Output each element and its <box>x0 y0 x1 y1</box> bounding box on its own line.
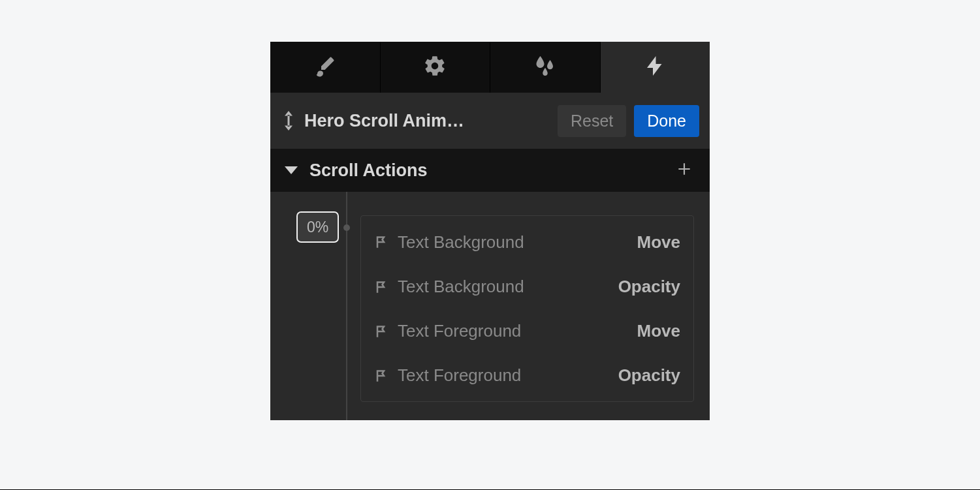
action-row[interactable]: Text Background Move <box>361 220 693 264</box>
action-target: Text Foreground <box>398 365 608 386</box>
scroll-actions-header[interactable]: Scroll Actions <box>270 149 710 192</box>
interactions-panel: Hero Scroll Anim… Reset Done Scroll Acti… <box>270 42 710 420</box>
action-target: Text Background <box>398 232 627 253</box>
animation-title: Hero Scroll Anim… <box>304 111 550 131</box>
tab-style[interactable] <box>270 42 381 93</box>
flag-icon <box>374 369 387 383</box>
bolt-icon <box>643 54 667 80</box>
keyframe-dot[interactable] <box>343 224 350 231</box>
flag-icon <box>374 280 387 294</box>
vertical-arrows-icon <box>281 111 296 130</box>
action-row[interactable]: Text Foreground Move <box>361 309 693 353</box>
tab-settings[interactable] <box>381 42 491 93</box>
panel-tabs <box>270 42 710 93</box>
action-row[interactable]: Text Background Opacity <box>361 264 693 309</box>
actions-list: Text Background Move Text Background Opa… <box>360 215 694 402</box>
flag-icon <box>374 235 387 249</box>
plus-icon <box>676 161 693 180</box>
action-type: Move <box>637 321 680 341</box>
action-target: Text Foreground <box>398 321 627 341</box>
gear-icon <box>423 54 447 80</box>
add-action-button[interactable] <box>674 161 694 180</box>
drops-icon <box>533 54 557 80</box>
keyframe-percent[interactable]: 0% <box>296 211 339 243</box>
chevron-down-icon <box>285 166 298 174</box>
timeline-content: 0% Text Background Move Text Background … <box>270 192 710 420</box>
tab-interactions[interactable] <box>601 42 710 93</box>
brush-icon <box>313 54 337 80</box>
flag-icon <box>374 324 387 339</box>
action-type: Move <box>637 232 680 253</box>
animation-header: Hero Scroll Anim… Reset Done <box>270 93 710 149</box>
reset-button[interactable]: Reset <box>558 105 626 137</box>
done-button[interactable]: Done <box>634 105 699 137</box>
action-row[interactable]: Text Foreground Opacity <box>361 353 693 397</box>
section-title: Scroll Actions <box>309 161 663 181</box>
action-target: Text Background <box>398 277 608 297</box>
action-type: Opacity <box>618 277 680 297</box>
tab-effects[interactable] <box>490 42 601 93</box>
action-type: Opacity <box>618 365 680 386</box>
